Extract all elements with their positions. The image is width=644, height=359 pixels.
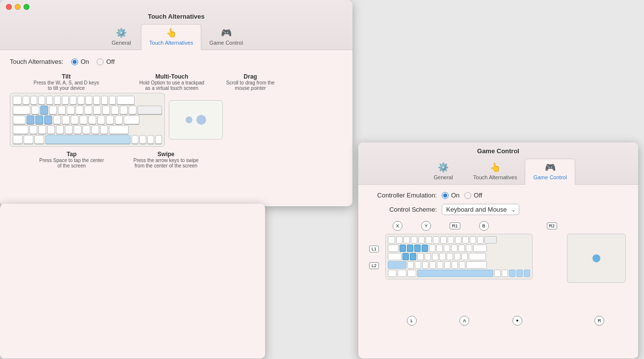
multitouch-title: Multi-Touch [128,73,216,80]
tap-desc: Press Space to tap the center of the scr… [39,158,104,168]
emulation-on-circle [442,192,449,199]
off-label: Off [106,58,114,65]
gk-row2 [388,245,530,252]
gear-icon: ⚙️ [116,28,127,38]
emulation-off-circle [464,192,471,199]
bottom-features: Tap Press Space to tap the center of the… [39,151,343,168]
key-row-3 [13,115,162,124]
l-stick-icon: L [407,316,417,326]
b-label: B [483,223,485,228]
titlebar: Touch Alternatives ⚙️ General 👆 Touch Al… [0,0,352,50]
touch-content: Touch Alternatives: On Off Tilt Press th… [0,50,352,176]
r1-label: R1 [452,223,458,228]
features-top: Tilt Press the W, A, S, and D keys to ti… [10,73,343,91]
game-content: Controller Emulation: On Off Control Sch… [358,185,638,335]
touch-alternatives-window: Touch Alternatives ⚙️ General 👆 Touch Al… [0,0,352,206]
tilt-title: Tilt [10,73,123,80]
drag-title: Drag [221,73,280,80]
r1-button: R1 [450,222,460,229]
tap-feature: Tap Press Space to tap the center of the… [39,151,104,168]
maximize-button[interactable] [24,4,29,10]
x-label: X [396,223,399,228]
r2-label: R2 [549,223,555,228]
radio-row: Touch Alternatives: On Off [10,58,343,65]
minimize-button[interactable] [15,4,21,10]
scheme-value: Keyboard and Mouse [446,206,507,213]
game-tab-touch[interactable]: 👆 Touch Alternatives [465,159,525,184]
gear-icon-game: ⚙️ [438,162,449,173]
l1-label: L1 [372,247,376,251]
partial-bg [0,204,265,359]
key-row-4 [13,125,162,134]
controller-diagram: X Y R1 B R2 L1 L2 [368,220,628,328]
control-scheme-row: Control Scheme: Keyboard and Mouse ⌄ [368,204,628,215]
emulation-on-label: On [451,192,459,199]
radio-off-circle [97,58,104,65]
gamepad-icon: 🎮 [221,28,232,38]
key-row-2 [13,106,162,114]
emulation-on[interactable]: On [442,192,459,199]
tab-game-control[interactable]: 🎮 Game Control [201,25,250,50]
touch-dots [186,115,206,125]
game-toolbar: ⚙️ General 👆 Touch Alternatives 🎮 Game C… [421,159,575,184]
b-button: B [479,221,489,231]
emulation-off[interactable]: Off [464,192,482,199]
general-label: General [112,40,131,46]
close-button[interactable] [6,4,12,10]
game-keyboard [385,234,533,279]
controller-label: Controller Emulation: [368,192,437,199]
l1-button: L1 [369,246,379,252]
second-window-partial [0,204,265,359]
options-icon: ✦ [512,316,522,326]
tab-general[interactable]: ⚙️ General [102,25,141,50]
game-control-label: Game Control [533,174,566,180]
gk-row4 [388,261,530,269]
drag-desc: Scroll to drag from the mouse pointer [221,80,280,91]
l-stick-label: L [407,316,417,326]
touch-dot-1 [186,116,192,123]
trackpad-illustration [169,100,223,139]
toolbar: ⚙️ General 👆 Touch Alternatives 🎮 Game C… [102,24,251,50]
tab-touch-alternatives[interactable]: 👆 Touch Alternatives [141,24,201,50]
traffic-lights [6,4,29,10]
radio-off[interactable]: Off [97,58,114,65]
game-label: Game Control [209,40,242,46]
scheme-dropdown[interactable]: Keyboard and Mouse ⌄ [442,204,519,215]
bottom-controller-labels: L A ✦ R [385,316,626,326]
game-control-window: Game Control ⚙️ General 👆 Touch Alternat… [358,142,638,359]
touch-label: Touch Alternatives [149,40,193,46]
mouse-dot [592,254,600,262]
swipe-desc: Press the arrow keys to swipe from the c… [134,158,199,168]
gk-row5 [388,270,530,277]
tap-title: Tap [39,151,104,158]
a-button-icon: A [459,316,469,326]
controller-emulation-row: Controller Emulation: On Off [368,192,628,199]
game-tab-gamecontrol[interactable]: 🎮 Game Control [525,159,575,185]
l2-button: L2 [369,262,379,269]
touch-icon-game: 👆 [490,162,501,173]
left-button-labels: L1 L2 [369,246,379,269]
on-label: On [80,58,89,65]
keyboard-illustration [10,93,165,147]
key-row-5 [13,135,162,144]
y-label: Y [425,223,428,228]
key-row-1 [13,96,162,105]
top-button-labels: X Y R1 B R2 [393,221,557,231]
touch-dot-2 [196,115,206,125]
l2-label: L2 [372,263,376,268]
a-btn-text: A [463,318,466,323]
radio-on[interactable]: On [71,58,89,65]
y-button: Y [421,221,431,231]
r-stick-icon: R [594,316,604,326]
multitouch-feature: Multi-Touch Hold Option to use a trackpa… [128,73,216,91]
game-titlebar: Game Control ⚙️ General 👆 Touch Alternat… [358,142,638,185]
gk-row1 [388,236,530,244]
gamepad-icon-active: 🎮 [545,162,556,173]
r-stick-label: R [594,316,604,326]
radio-on-circle [71,58,78,65]
game-general-label: General [434,174,453,180]
drag-feature: Drag Scroll to drag from the mouse point… [221,73,280,91]
right-mouse-area [567,234,626,283]
a-button-label: A [459,316,469,326]
game-tab-general[interactable]: ⚙️ General [421,159,465,184]
